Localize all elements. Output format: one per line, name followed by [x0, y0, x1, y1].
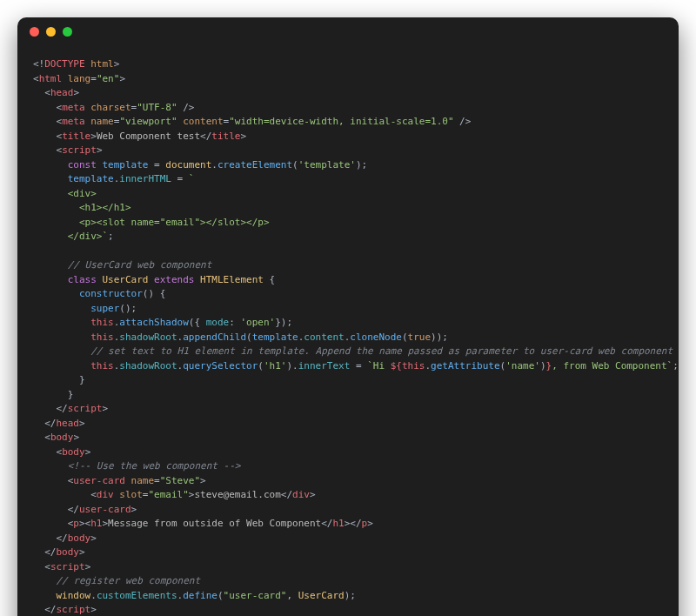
token — [33, 288, 79, 299]
token: 'name' — [505, 360, 540, 372]
token: > — [90, 131, 97, 142]
token: template — [68, 173, 114, 184]
token: content — [183, 116, 223, 127]
token: /> — [177, 102, 195, 113]
token: 'open' — [240, 317, 275, 328]
token — [33, 274, 68, 285]
token: <!-- Use the web component --> — [68, 460, 241, 472]
token: cloneNode — [350, 331, 402, 343]
code-line: <p><slot name="email"></slot></p> — [33, 216, 663, 231]
token: < — [33, 518, 73, 529]
token: document — [165, 159, 211, 171]
token: } — [33, 389, 73, 400]
code-line: <h1></h1> — [33, 201, 663, 216]
token: mode — [206, 317, 230, 328]
token: </ — [33, 403, 68, 414]
code-line: // register web component — [33, 574, 663, 589]
token — [33, 317, 90, 328]
token — [33, 159, 68, 171]
token: </ — [200, 131, 211, 142]
token — [33, 345, 90, 357]
token: `Hi — [367, 360, 391, 372]
code-line: </user-card> — [33, 503, 663, 518]
token: > — [200, 475, 206, 486]
token: super — [90, 303, 119, 314]
token: content — [304, 331, 344, 343]
token: body — [62, 446, 85, 458]
token: > — [119, 73, 125, 84]
token: "viewport" — [119, 116, 177, 127]
token: this — [90, 331, 114, 343]
token: UserCard — [103, 274, 149, 285]
token — [33, 331, 90, 343]
token: createElement — [218, 159, 292, 171]
code-line: <title>Web Component test</title> — [33, 130, 663, 144]
token: } — [33, 374, 85, 385]
token: = — [148, 159, 165, 171]
token: slot — [119, 489, 143, 500]
token: > — [90, 532, 97, 544]
token: attachShadow — [119, 317, 188, 328]
token: <div> — [33, 188, 97, 199]
code-line: <meta charset="UTF-8" /> — [33, 101, 663, 116]
token: Web Component test — [97, 131, 200, 142]
code-line: <script> — [33, 560, 663, 575]
maximize-icon[interactable] — [63, 27, 72, 37]
token: < — [33, 144, 62, 156]
token: body — [68, 532, 91, 544]
code-line: } — [33, 388, 663, 403]
token: < — [33, 73, 39, 84]
token — [97, 159, 103, 171]
token — [33, 575, 57, 586]
token: </ — [33, 546, 57, 558]
token: "user-card" — [224, 590, 287, 601]
token: const — [68, 159, 97, 171]
token: "email" — [148, 489, 188, 500]
token: script — [62, 144, 97, 156]
token: title — [62, 131, 90, 142]
token — [125, 475, 131, 486]
token: ( — [292, 159, 298, 171]
code-line: window.customElements.define("user-card"… — [33, 589, 663, 604]
token: . — [211, 159, 218, 171]
token: ></ — [345, 518, 362, 529]
token: ( — [218, 590, 224, 601]
close-icon[interactable] — [30, 27, 39, 37]
code-line: this.attachShadow({ mode: 'open'}); — [33, 316, 663, 331]
token: ; — [108, 231, 114, 242]
token: > — [73, 432, 79, 443]
token: > — [85, 561, 91, 572]
token: > — [79, 546, 85, 558]
token: div — [97, 489, 114, 500]
token: extends — [154, 274, 194, 285]
token: DOCTYPE — [44, 58, 84, 70]
token: >< — [79, 518, 90, 529]
token: "Steve" — [160, 475, 200, 486]
token: = — [171, 173, 189, 184]
token: window — [57, 590, 91, 601]
token: (); — [119, 303, 137, 314]
token: </ — [281, 489, 292, 500]
token: > — [114, 58, 120, 70]
token: </ — [33, 418, 57, 429]
token: html — [39, 73, 63, 84]
token: body — [50, 432, 74, 443]
token: body — [57, 546, 80, 558]
token: <! — [33, 58, 44, 70]
token: 'h1' — [264, 360, 287, 372]
token: < — [33, 87, 50, 98]
token: script — [57, 604, 91, 615]
token: }); — [275, 317, 292, 328]
token: UserCard — [298, 590, 345, 601]
minimize-icon[interactable] — [46, 27, 56, 37]
token: this — [90, 317, 114, 328]
token: appendChild — [183, 331, 246, 343]
token: < — [33, 116, 62, 127]
token: meta — [62, 102, 85, 113]
code-line — [33, 244, 663, 259]
token: charset — [90, 102, 130, 113]
code-line: <user-card name="Steve"> — [33, 474, 663, 489]
token — [33, 460, 68, 472]
token: < — [33, 131, 62, 142]
token: title — [211, 131, 240, 142]
